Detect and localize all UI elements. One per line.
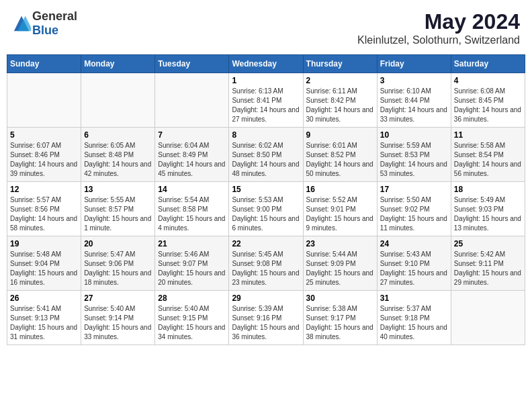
- logo-general: General: [32, 9, 77, 23]
- day-cell: 3Sunrise: 6:10 AM Sunset: 8:44 PM Daylig…: [377, 73, 451, 128]
- day-cell: 11Sunrise: 5:58 AM Sunset: 8:54 PM Dayli…: [451, 128, 525, 182]
- day-info: Sunrise: 5:55 AM Sunset: 8:57 PM Dayligh…: [84, 195, 152, 233]
- day-info: Sunrise: 5:38 AM Sunset: 9:17 PM Dayligh…: [306, 304, 374, 342]
- day-cell: [451, 291, 525, 345]
- day-cell: 15Sunrise: 5:53 AM Sunset: 9:00 PM Dayli…: [229, 182, 303, 236]
- day-info: Sunrise: 5:49 AM Sunset: 9:03 PM Dayligh…: [454, 195, 522, 233]
- day-info: Sunrise: 5:52 AM Sunset: 9:01 PM Dayligh…: [306, 195, 374, 233]
- day-number: 4: [454, 76, 522, 85]
- day-cell: 4Sunrise: 6:08 AM Sunset: 8:45 PM Daylig…: [451, 73, 525, 128]
- day-info: Sunrise: 5:54 AM Sunset: 8:58 PM Dayligh…: [158, 195, 226, 233]
- day-info: Sunrise: 6:04 AM Sunset: 8:49 PM Dayligh…: [158, 141, 226, 179]
- weekday-wednesday: Wednesday: [229, 55, 303, 73]
- day-info: Sunrise: 6:13 AM Sunset: 8:41 PM Dayligh…: [232, 87, 300, 124]
- day-number: 21: [158, 239, 226, 248]
- weekday-header-row: SundayMondayTuesdayWednesdayThursdayFrid…: [7, 55, 525, 73]
- week-row-2: 5Sunrise: 6:07 AM Sunset: 8:46 PM Daylig…: [7, 128, 525, 182]
- day-cell: [81, 73, 155, 128]
- day-cell: 25Sunrise: 5:42 AM Sunset: 9:11 PM Dayli…: [451, 236, 525, 291]
- week-row-5: 26Sunrise: 5:41 AM Sunset: 9:13 PM Dayli…: [7, 291, 525, 345]
- day-cell: 7Sunrise: 6:04 AM Sunset: 8:49 PM Daylig…: [155, 128, 229, 182]
- logo-blue: Blue: [32, 24, 58, 37]
- day-cell: [7, 73, 81, 128]
- weekday-thursday: Thursday: [303, 55, 377, 73]
- day-cell: 31Sunrise: 5:37 AM Sunset: 9:18 PM Dayli…: [377, 291, 451, 345]
- day-info: Sunrise: 6:10 AM Sunset: 8:44 PM Dayligh…: [380, 87, 448, 124]
- day-cell: 1Sunrise: 6:13 AM Sunset: 8:41 PM Daylig…: [229, 73, 303, 128]
- day-number: 24: [380, 239, 448, 248]
- day-cell: 20Sunrise: 5:47 AM Sunset: 9:06 PM Dayli…: [81, 236, 155, 291]
- weekday-friday: Friday: [377, 55, 451, 73]
- day-cell: 13Sunrise: 5:55 AM Sunset: 8:57 PM Dayli…: [81, 182, 155, 236]
- day-info: Sunrise: 5:59 AM Sunset: 8:53 PM Dayligh…: [380, 141, 448, 179]
- day-number: 5: [10, 130, 78, 140]
- day-number: 14: [158, 185, 226, 194]
- day-number: 30: [306, 293, 374, 303]
- day-number: 26: [10, 293, 78, 303]
- day-cell: 10Sunrise: 5:59 AM Sunset: 8:53 PM Dayli…: [377, 128, 451, 182]
- calendar-body: 1Sunrise: 6:13 AM Sunset: 8:41 PM Daylig…: [7, 73, 525, 345]
- weekday-sunday: Sunday: [7, 55, 81, 73]
- day-info: Sunrise: 5:41 AM Sunset: 9:13 PM Dayligh…: [10, 304, 78, 342]
- day-number: 15: [232, 185, 300, 194]
- day-info: Sunrise: 5:40 AM Sunset: 9:14 PM Dayligh…: [84, 304, 152, 342]
- day-info: Sunrise: 5:43 AM Sunset: 9:10 PM Dayligh…: [380, 250, 448, 287]
- day-info: Sunrise: 6:07 AM Sunset: 8:46 PM Dayligh…: [10, 141, 78, 179]
- subtitle: Kleinlutzel, Solothurn, Switzerland: [357, 34, 520, 46]
- day-number: 20: [84, 239, 152, 248]
- day-info: Sunrise: 6:01 AM Sunset: 8:52 PM Dayligh…: [306, 141, 374, 179]
- week-row-3: 12Sunrise: 5:57 AM Sunset: 8:56 PM Dayli…: [7, 182, 525, 236]
- day-cell: 14Sunrise: 5:54 AM Sunset: 8:58 PM Dayli…: [155, 182, 229, 236]
- day-info: Sunrise: 5:46 AM Sunset: 9:07 PM Dayligh…: [158, 250, 226, 287]
- logo: General Blue: [12, 9, 77, 38]
- day-cell: 26Sunrise: 5:41 AM Sunset: 9:13 PM Dayli…: [7, 291, 81, 345]
- day-cell: [155, 73, 229, 128]
- weekday-saturday: Saturday: [451, 55, 525, 73]
- day-number: 7: [158, 130, 226, 140]
- day-number: 18: [454, 185, 522, 194]
- day-info: Sunrise: 5:50 AM Sunset: 9:02 PM Dayligh…: [380, 195, 448, 233]
- day-number: 29: [232, 293, 300, 303]
- day-cell: 28Sunrise: 5:40 AM Sunset: 9:15 PM Dayli…: [155, 291, 229, 345]
- day-number: 19: [10, 239, 78, 248]
- calendar-table: SundayMondayTuesdayWednesdayThursdayFrid…: [7, 54, 525, 345]
- weekday-monday: Monday: [81, 55, 155, 73]
- day-cell: 27Sunrise: 5:40 AM Sunset: 9:14 PM Dayli…: [81, 291, 155, 345]
- day-number: 8: [232, 130, 300, 140]
- day-number: 12: [10, 185, 78, 194]
- page-header: General Blue May 2024 Kleinlutzel, Solot…: [7, 7, 525, 49]
- day-info: Sunrise: 6:05 AM Sunset: 8:48 PM Dayligh…: [84, 141, 152, 179]
- day-cell: 6Sunrise: 6:05 AM Sunset: 8:48 PM Daylig…: [81, 128, 155, 182]
- main-title: May 2024: [357, 9, 520, 34]
- day-cell: 17Sunrise: 5:50 AM Sunset: 9:02 PM Dayli…: [377, 182, 451, 236]
- day-cell: 30Sunrise: 5:38 AM Sunset: 9:17 PM Dayli…: [303, 291, 377, 345]
- title-area: May 2024 Kleinlutzel, Solothurn, Switzer…: [357, 9, 520, 46]
- day-info: Sunrise: 5:42 AM Sunset: 9:11 PM Dayligh…: [454, 250, 522, 287]
- day-number: 22: [232, 239, 300, 248]
- day-info: Sunrise: 5:37 AM Sunset: 9:18 PM Dayligh…: [380, 304, 448, 342]
- day-cell: 5Sunrise: 6:07 AM Sunset: 8:46 PM Daylig…: [7, 128, 81, 182]
- day-cell: 16Sunrise: 5:52 AM Sunset: 9:01 PM Dayli…: [303, 182, 377, 236]
- day-number: 1: [232, 76, 300, 85]
- day-number: 31: [380, 293, 448, 303]
- calendar-header: SundayMondayTuesdayWednesdayThursdayFrid…: [7, 55, 525, 73]
- day-info: Sunrise: 5:44 AM Sunset: 9:09 PM Dayligh…: [306, 250, 374, 287]
- logo-icon: [12, 14, 31, 33]
- day-number: 9: [306, 130, 374, 140]
- day-number: 25: [454, 239, 522, 248]
- day-number: 3: [380, 76, 448, 85]
- week-row-1: 1Sunrise: 6:13 AM Sunset: 8:41 PM Daylig…: [7, 73, 525, 128]
- day-cell: 29Sunrise: 5:39 AM Sunset: 9:16 PM Dayli…: [229, 291, 303, 345]
- day-cell: 18Sunrise: 5:49 AM Sunset: 9:03 PM Dayli…: [451, 182, 525, 236]
- day-info: Sunrise: 5:39 AM Sunset: 9:16 PM Dayligh…: [232, 304, 300, 342]
- day-info: Sunrise: 5:40 AM Sunset: 9:15 PM Dayligh…: [158, 304, 226, 342]
- day-info: Sunrise: 6:11 AM Sunset: 8:42 PM Dayligh…: [306, 87, 374, 124]
- day-number: 11: [454, 130, 522, 140]
- day-number: 13: [84, 185, 152, 194]
- day-cell: 24Sunrise: 5:43 AM Sunset: 9:10 PM Dayli…: [377, 236, 451, 291]
- weekday-tuesday: Tuesday: [155, 55, 229, 73]
- day-number: 6: [84, 130, 152, 140]
- day-info: Sunrise: 6:08 AM Sunset: 8:45 PM Dayligh…: [454, 87, 522, 124]
- day-number: 28: [158, 293, 226, 303]
- day-cell: 19Sunrise: 5:48 AM Sunset: 9:04 PM Dayli…: [7, 236, 81, 291]
